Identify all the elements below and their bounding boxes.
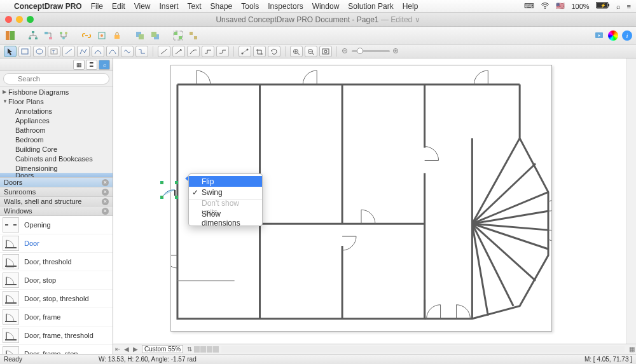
shape-door-stop-threshold[interactable]: Door, stop, threshold [0,290,113,308]
zoom-plus-icon[interactable] [392,48,400,55]
shape-door-frame[interactable]: Door, frame [0,308,113,327]
text-tool[interactable]: T [48,46,60,57]
edit-points-tool[interactable] [238,46,251,57]
tree-item-doors[interactable]: Doors [0,173,113,177]
library-panel-icon[interactable] [4,29,17,42]
menu-inspectors[interactable]: Inspectors [268,2,303,11]
zoom-level-field[interactable]: Custom 55% [142,345,183,353]
zoom-slider[interactable] [342,48,400,55]
polyline-tool[interactable] [77,46,90,57]
line-tool[interactable] [62,46,75,57]
group-icon[interactable] [172,29,184,42]
tree-item-fishbone[interactable]: ▶Fishbone Diagrams [0,87,113,97]
bring-front-icon[interactable] [149,29,162,42]
tree-item-bedroom[interactable]: Bedroom [0,135,113,144]
color-wheel-icon[interactable] [608,30,618,41]
arc-tool[interactable] [92,46,104,57]
shape-door-threshold[interactable]: Door, threshold [0,253,113,271]
scroll-right-icon[interactable]: ▶ [131,346,140,353]
ctx-swing[interactable]: ✓Swing [189,187,262,198]
menu-file[interactable]: File [91,2,103,11]
library-doors[interactable]: Doors× [0,178,113,187]
rect-tool[interactable] [18,46,31,57]
selection-tool[interactable] [4,46,17,57]
minimize-window-button[interactable] [16,16,23,23]
zoom-in-tool[interactable] [290,46,303,57]
direct-connector-tool[interactable] [158,46,170,57]
tree-item-building-core[interactable]: Building Core [0,144,113,154]
app-name[interactable]: ConceptDraw PRO [14,2,82,11]
menu-help[interactable]: Help [403,2,418,11]
tree-item-annotations[interactable]: Annotations [0,106,113,116]
menu-view[interactable]: View [134,2,151,11]
panel-view-list-button[interactable]: ≣ [86,60,97,70]
vertical-scrollbar[interactable] [626,58,636,344]
scroll-left-end-icon[interactable]: ⇤ [113,346,122,353]
menu-insert[interactable]: Insert [160,2,179,11]
zoom-out-tool[interactable] [305,46,317,57]
send-back-icon[interactable] [134,29,146,42]
selected-shape[interactable] [162,183,176,197]
panel-search-button[interactable]: ⌕ [99,60,110,70]
chain-diagram-icon[interactable] [57,29,70,42]
hyperlink-icon[interactable] [80,29,93,42]
zoom-window-button[interactable] [27,16,34,23]
close-icon[interactable]: × [102,198,109,205]
zoom-minus-icon[interactable] [342,48,349,55]
horizontal-scrollbar[interactable] [221,346,625,353]
ctx-flip[interactable]: Flip [189,176,262,187]
library-walls[interactable]: Walls, shell and structure× [0,197,113,206]
info-icon[interactable]: i [622,30,632,41]
tree-item-cabinets[interactable]: Cabinets and Bookcases [0,154,113,163]
menu-tools[interactable]: Tools [241,2,259,11]
ctx-show-dimensions[interactable]: Show dimensions [189,213,262,224]
bezier-tool[interactable] [106,46,119,57]
ellipse-tool[interactable] [33,46,46,57]
page-grid-icon[interactable]: ▦ [627,346,636,353]
crop-tool[interactable] [253,46,266,57]
shape-door-frame-threshold[interactable]: Door, frame, threshold [0,327,113,345]
library-windows[interactable]: Windows× [0,206,113,216]
tree-item-dimensioning[interactable]: Dimensioning [0,163,113,173]
spotlight-icon[interactable]: ⌕ [616,3,621,10]
menu-window[interactable]: Window [312,2,340,11]
curve-connector-tool[interactable] [187,46,200,57]
battery-icon[interactable]: ⚡ [596,2,610,10]
tree-item-bathroom[interactable]: Bathroom [0,125,113,135]
tree-diagram-icon[interactable] [27,29,39,42]
library-search-input[interactable] [3,73,109,84]
menu-edit[interactable]: Edit [112,2,125,11]
close-icon[interactable]: × [102,179,109,186]
shape-door[interactable]: Door [0,234,113,253]
library-sunrooms[interactable]: Sunrooms× [0,187,113,197]
smart-connector-tool[interactable] [202,46,214,57]
shape-door-frame-stop[interactable]: Door, frame, stop [0,345,113,354]
spline-tool[interactable] [121,46,134,57]
snap-align-icon[interactable] [95,29,108,42]
drawing-canvas[interactable]: Flip ✓Swing Don't show units Show dimens… [113,58,636,354]
panel-view-grid-button[interactable]: ▦ [73,60,85,70]
close-icon[interactable]: × [102,189,109,196]
connector-tool[interactable] [135,46,148,57]
resize-handle[interactable] [175,181,178,184]
flowchart-icon[interactable] [42,29,55,42]
lock-layer-icon[interactable] [111,29,123,42]
round-connector-tool[interactable] [216,46,229,57]
presentation-icon[interactable] [593,29,605,42]
tree-item-appliances[interactable]: Appliances [0,116,113,125]
menu-text[interactable]: Text [188,2,202,11]
flag-icon[interactable]: 🇺🇸 [556,2,565,10]
tree-item-floor-plans[interactable]: ▼Floor Plans [0,97,113,106]
ungroup-icon[interactable] [187,29,200,42]
keyboard-layout-icon[interactable]: ⌨ [524,2,534,10]
shape-door-stop[interactable]: Door, stop [0,271,113,290]
shape-opening[interactable]: Opening [0,216,113,234]
rotate-tool[interactable] [268,46,280,57]
menu-shape[interactable]: Shape [211,2,233,11]
menu-solution-park[interactable]: Solution Park [348,2,393,11]
wifi-icon[interactable] [541,3,550,10]
close-window-button[interactable] [5,16,12,23]
zoom-stepper-icon[interactable]: ⇅ [185,346,194,353]
close-icon[interactable]: × [102,208,109,215]
scroll-left-icon[interactable]: ◀ [122,346,131,353]
